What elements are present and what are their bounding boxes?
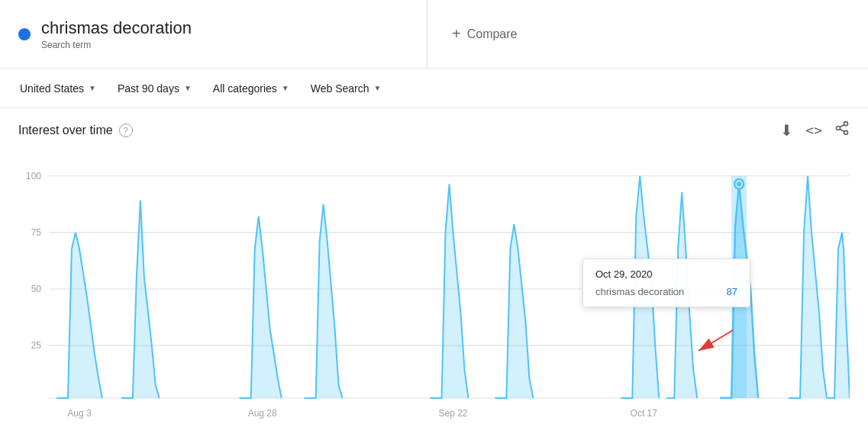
search-term-title: chrismas decoration [41,18,192,38]
svg-marker-27 [789,176,827,398]
compare-button[interactable]: + Compare [452,25,518,43]
filter-category-label: All categories [213,82,277,95]
filter-time[interactable]: Past 90 days ▼ [110,78,199,99]
filter-category[interactable]: All categories ▼ [205,78,297,99]
svg-text:Aug 28: Aug 28 [248,408,277,419]
chevron-down-icon: ▼ [89,84,96,92]
svg-marker-20 [240,217,282,398]
filters-section: United States ▼ Past 90 days ▼ All categ… [0,69,868,108]
chevron-down-icon: ▼ [184,84,192,92]
chart-container: 100 75 50 25 Aug 3 Aug 28 Sep 22 Oct 17 [18,152,850,426]
filter-search-type-label: Web Search [311,82,369,95]
arrow-annotation [691,326,737,359]
svg-line-33 [699,330,733,351]
filter-region-label: United States [20,82,84,95]
blue-dot-indicator [18,28,31,40]
svg-text:Oct 17: Oct 17 [631,408,657,419]
svg-line-3 [840,129,844,131]
chart-svg: 100 75 50 25 Aug 3 Aug 28 Sep 22 Oct 17 [18,152,850,426]
compare-label: Compare [467,27,518,41]
svg-point-1 [837,127,841,130]
svg-text:75: 75 [31,227,41,238]
svg-line-4 [840,124,844,127]
download-icon[interactable]: ⬇ [780,121,793,140]
svg-text:25: 25 [31,340,41,351]
help-icon[interactable]: ? [119,124,133,137]
chevron-down-icon: ▼ [374,84,382,92]
search-term-label: Search term [41,40,192,50]
svg-point-0 [844,122,848,126]
svg-marker-24 [621,176,659,398]
embed-icon[interactable]: <> [805,122,822,138]
svg-text:Aug 3: Aug 3 [67,408,91,419]
chart-title-group: Interest over time ? [18,124,133,137]
chart-section: Interest over time ? ⬇ <> 100 75 [0,108,868,426]
search-term-block: chrismas decoration Search term [0,0,428,68]
svg-marker-18 [56,233,102,398]
chart-header: Interest over time ? ⬇ <> [18,120,850,140]
svg-marker-23 [495,224,533,398]
search-term-text: chrismas decoration Search term [41,18,192,50]
filter-time-label: Past 90 days [118,82,179,95]
svg-text:50: 50 [31,284,41,294]
svg-marker-22 [431,184,469,398]
filter-search-type[interactable]: Web Search ▼ [303,78,389,99]
chart-actions: ⬇ <> [780,120,850,140]
svg-text:Sep 22: Sep 22 [438,408,467,419]
svg-point-2 [844,130,848,134]
chart-title: Interest over time [18,124,113,137]
compare-block: + Compare [428,0,868,68]
chevron-down-icon: ▼ [282,84,289,92]
plus-icon: + [452,25,461,43]
filter-region[interactable]: United States ▼ [12,78,104,99]
share-icon[interactable] [834,120,850,140]
svg-text:100: 100 [26,171,41,181]
header-section: chrismas decoration Search term + Compar… [0,0,868,69]
